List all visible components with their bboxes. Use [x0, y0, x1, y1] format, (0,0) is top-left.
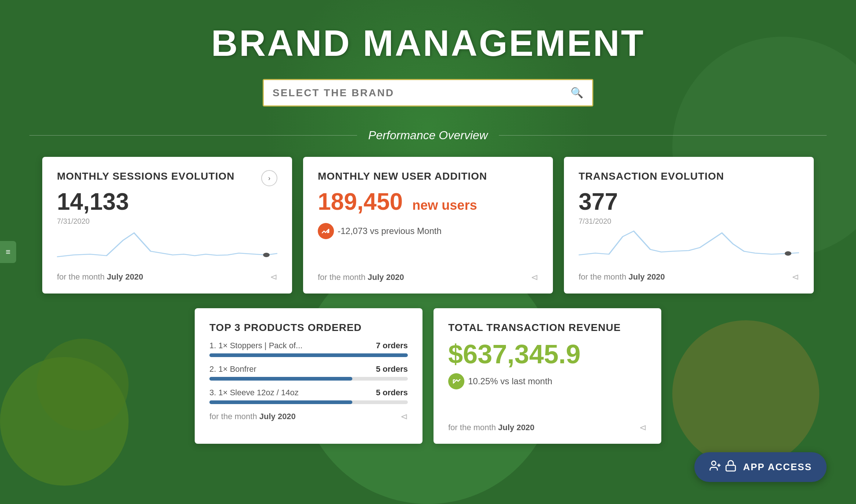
add-user-icon [709, 460, 722, 475]
revenue-share-icon[interactable]: ⊲ [639, 422, 647, 433]
product-item-3: 3. 1× Sleeve 12oz / 14oz 5 orders [209, 388, 408, 404]
search-bar: 🔍 [263, 79, 593, 107]
product-bar-2 [209, 377, 352, 381]
product-bar-1 [209, 353, 408, 357]
revenue-month-label: for the month July 2020 [448, 423, 535, 432]
new-users-suffix: new users [412, 198, 477, 213]
new-users-value: 189,450 [318, 190, 403, 213]
product-orders-1: 7 orders [376, 341, 408, 350]
sessions-value: 14,133 [57, 190, 277, 213]
sessions-share-icon[interactable]: ⊲ [270, 272, 277, 282]
page-title: BRAND MANAGEMENT [29, 22, 827, 64]
trend-down-icon [318, 223, 334, 239]
svg-point-1 [785, 251, 791, 256]
product-orders-2: 5 orders [376, 364, 408, 374]
products-share-icon[interactable]: ⊲ [400, 411, 408, 422]
sessions-card: MONTHLY SESSIONS EVOLUTION › 14,133 7/31… [42, 157, 292, 294]
transactions-month-label: for the month July 2020 [579, 272, 665, 282]
new-users-footer: for the month July 2020 ⊲ [318, 272, 538, 282]
revenue-value: $637,345.9 [448, 341, 647, 367]
section-divider-right [499, 135, 827, 136]
products-footer: for the month July 2020 ⊲ [209, 411, 408, 422]
new-users-card-title: MONTHLY NEW USER ADDITION [318, 170, 538, 183]
new-users-trend-text: -12,073 vs previous Month [338, 226, 442, 236]
search-icon: 🔍 [571, 87, 583, 99]
revenue-trend: 10.25% vs last month [448, 373, 552, 389]
section-header: Performance Overview [29, 129, 827, 142]
app-access-label: APP ACCESS [743, 461, 812, 473]
trend-up-icon [448, 373, 464, 389]
product-item-2: 2. 1× Bonfrer 5 orders [209, 364, 408, 381]
product-item-1: 1. 1× Stoppers | Pack of... 7 orders [209, 341, 408, 357]
transactions-value: 377 [579, 190, 799, 213]
products-card-title: TOP 3 PRODUCTS ORDERED [209, 321, 408, 334]
new-users-month-label: for the month July 2020 [318, 273, 404, 282]
sidebar-toggle[interactable]: ≡ [0, 241, 16, 263]
product-name-1: 1. 1× Stoppers | Pack of... [209, 341, 302, 350]
svg-point-0 [263, 253, 270, 257]
revenue-footer: for the month July 2020 ⊲ [448, 422, 647, 433]
sessions-card-title: MONTHLY SESSIONS EVOLUTION [57, 170, 277, 183]
header: BRAND MANAGEMENT [29, 0, 827, 79]
products-month-label: for the month July 2020 [209, 412, 296, 421]
transactions-footer: for the month July 2020 ⊲ [579, 272, 799, 282]
section-title: Performance Overview [368, 129, 488, 142]
transactions-card-title: TRANSACTION EVOLUTION [579, 170, 799, 183]
new-users-trend: -12,073 vs previous Month [318, 223, 442, 239]
transactions-chart [579, 229, 799, 266]
sessions-nav-button[interactable]: › [261, 170, 277, 186]
revenue-card-title: TOTAL TRANSACTION REVENUE [448, 321, 647, 334]
sessions-chart [57, 229, 277, 266]
product-bar-3 [209, 400, 352, 404]
search-container: 🔍 [29, 79, 827, 107]
transactions-card: TRANSACTION EVOLUTION 377 7/31/2020 for … [564, 157, 814, 294]
new-users-share-icon[interactable]: ⊲ [531, 272, 538, 282]
menu-icon: ≡ [6, 247, 11, 257]
products-card: TOP 3 PRODUCTS ORDERED 1. 1× Stoppers | … [195, 308, 422, 444]
product-name-2: 2. 1× Bonfrer [209, 364, 256, 374]
revenue-card: TOTAL TRANSACTION REVENUE $637,345.9 10.… [434, 308, 661, 444]
bottom-cards-row: TOP 3 PRODUCTS ORDERED 1. 1× Stoppers | … [29, 308, 827, 444]
section-divider-left [29, 135, 357, 136]
lock-icon [724, 460, 737, 475]
app-access-icons [709, 460, 737, 475]
app-access-button[interactable]: APP ACCESS [694, 452, 827, 482]
svg-rect-5 [726, 465, 736, 471]
product-name-3: 3. 1× Sleeve 12oz / 14oz [209, 388, 299, 397]
revenue-trend-text: 10.25% vs last month [468, 376, 552, 386]
transactions-date: 7/31/2020 [579, 217, 799, 226]
sessions-month-label: for the month July 2020 [57, 272, 143, 282]
sessions-date: 7/31/2020 [57, 217, 277, 226]
brand-search-input[interactable] [273, 87, 565, 99]
transactions-share-icon[interactable]: ⊲ [792, 272, 799, 282]
product-orders-3: 5 orders [376, 388, 408, 397]
top-cards-row: MONTHLY SESSIONS EVOLUTION › 14,133 7/31… [29, 157, 827, 294]
svg-point-2 [712, 461, 716, 465]
sessions-footer: for the month July 2020 ⊲ [57, 272, 277, 282]
page-content: BRAND MANAGEMENT 🔍 Performance Overview … [0, 0, 856, 444]
new-users-card: MONTHLY NEW USER ADDITION 189,450 new us… [303, 157, 553, 294]
